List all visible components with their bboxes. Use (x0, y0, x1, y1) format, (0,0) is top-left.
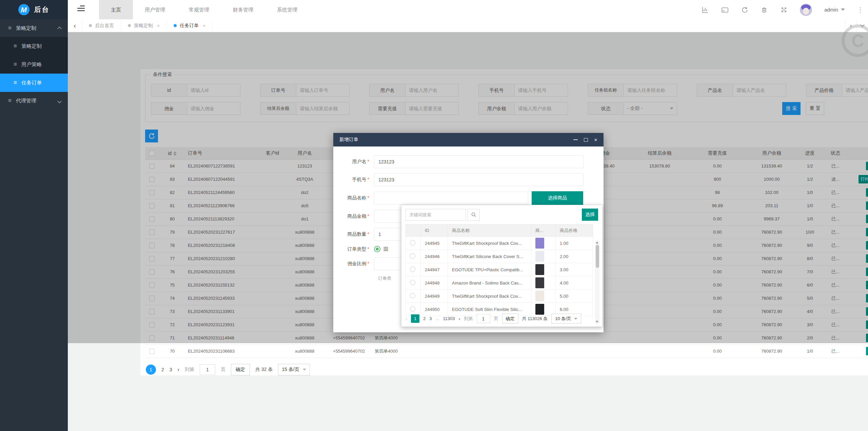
sidebar-item[interactable]: ≡用户策略 (0, 55, 68, 74)
cell: 70 (159, 345, 186, 358)
product-id: 244946 (421, 250, 448, 263)
jump-page-input[interactable] (477, 314, 490, 323)
page-size-select[interactable]: 10 条/页 (551, 314, 581, 324)
cell: EL20240520231106683 (186, 345, 260, 358)
products-column-header: 商品名称 (448, 224, 531, 237)
product-radio[interactable] (410, 306, 415, 312)
jump-confirm-button[interactable]: 确定 (231, 364, 250, 375)
page-number[interactable]: 3 (429, 316, 432, 321)
fullscreen-icon[interactable] (780, 6, 788, 14)
product-radio[interactable] (410, 293, 415, 298)
choose-product-button[interactable]: 选择商品 (532, 191, 583, 205)
prev-page-button[interactable]: ‹ (406, 316, 407, 321)
next-page-button[interactable]: › (459, 316, 460, 321)
close-icon[interactable]: × (594, 137, 597, 143)
keyword-search-button[interactable] (468, 209, 480, 221)
user-menu[interactable]: admin (824, 7, 845, 13)
product-name: TheGiftKart Shockproof Back Cov... (448, 290, 531, 303)
page-size-select[interactable]: 15 条/页 (278, 364, 310, 375)
product-id: 244947 (421, 263, 448, 276)
cell (522, 345, 580, 358)
tab-label: 后台首页 (95, 23, 114, 29)
sidebar: ≡策略定制≡策略定制≡用户策略≡任务订单≡代理管理 (0, 19, 68, 431)
nav-item[interactable]: 财务管理 (221, 0, 265, 19)
cell: xu800888 (284, 345, 325, 358)
tab[interactable]: 后台首页 (82, 19, 121, 32)
order-type-radio[interactable] (374, 246, 380, 252)
avatar[interactable] (800, 4, 812, 16)
scrollbar-thumb[interactable] (596, 245, 599, 268)
nav-item[interactable]: 主页 (99, 0, 133, 19)
app-logo: M 后台 (0, 0, 68, 19)
product-name: EGOTUDE TPU+Plastic Compatib... (448, 263, 531, 276)
chevron-down-icon (574, 318, 577, 320)
product-radio[interactable] (410, 280, 415, 285)
keyword-search-input[interactable] (406, 209, 466, 221)
tab-label: 策略定制 (134, 23, 153, 29)
nav-item[interactable]: 系统管理 (265, 0, 309, 19)
radio-column-header (406, 224, 421, 237)
header-actions: admin ⋮ (702, 0, 863, 19)
sidebar-item[interactable]: ≡任务订单 (0, 74, 68, 92)
modal-title: 新增订单 (339, 137, 358, 143)
page-number[interactable]: 2 (161, 367, 164, 372)
more-options-icon[interactable]: ⋮ (857, 6, 863, 14)
product-row: 244945TheGiftKart Shockproof Back Cov...… (406, 237, 593, 250)
select-product-button[interactable]: 选择 (582, 209, 598, 221)
product-radio[interactable] (410, 240, 415, 246)
maximize-icon[interactable] (584, 138, 588, 142)
scroll-down-icon[interactable] (596, 321, 598, 323)
popup-pagination: ‹123...11303›到第页确定共 113026 条10 条/页 (406, 314, 581, 324)
sidebar-item[interactable]: ≡策略定制 (0, 37, 68, 55)
sidebar-item-label: 任务订单 (21, 80, 42, 86)
minimize-icon[interactable] (573, 139, 578, 140)
menu-list-icon: ≡ (14, 79, 17, 86)
product-radio[interactable] (410, 253, 415, 259)
jump-page-input[interactable] (200, 364, 215, 375)
tab-close-icon[interactable]: × (157, 23, 160, 28)
row-checkbox[interactable] (149, 349, 155, 354)
sidebar-item-label: 策略定制 (21, 43, 42, 50)
card-icon[interactable] (721, 6, 729, 14)
product-radio-cell (406, 263, 421, 276)
current-page[interactable]: 1 (411, 314, 419, 323)
refresh-icon[interactable] (741, 6, 748, 14)
order-type-radio-label: 固 (383, 246, 388, 252)
product-radio[interactable] (410, 267, 415, 272)
product-price: 3.00 (556, 263, 593, 276)
next-page-button[interactable]: › (178, 367, 179, 373)
table-row: 70EL20240520231106683xu800888+5545996407… (145, 345, 868, 358)
current-page[interactable]: 1 (146, 365, 156, 375)
page-number[interactable]: 11303 (443, 316, 455, 321)
product-image (535, 264, 544, 275)
print-button[interactable]: 打针 (866, 347, 868, 355)
pages-ellipsis: ... (435, 316, 439, 321)
popup-scrollbar[interactable] (595, 240, 599, 324)
page-number[interactable]: 3 (170, 367, 172, 372)
product-image (535, 277, 544, 288)
tab[interactable]: 任务订单× (167, 19, 213, 32)
tabs-scroll-left-button[interactable]: ‹ (68, 19, 82, 32)
chart-icon[interactable] (702, 6, 709, 14)
collapse-sidebar-icon[interactable] (77, 5, 86, 14)
sidebar-group[interactable]: ≡策略定制 (0, 19, 68, 37)
nav-item[interactable]: 用户管理 (133, 0, 177, 19)
nav-item[interactable]: 常规管理 (177, 0, 221, 19)
cell: +554599640702 (325, 345, 373, 358)
menu-list-icon: ≡ (8, 97, 12, 104)
tab-close-icon[interactable]: × (203, 23, 205, 28)
scroll-up-icon[interactable] (596, 241, 598, 243)
product-name-label: 商品名称* (333, 195, 374, 201)
tab[interactable]: 策略定制× (121, 19, 167, 32)
sidebar-group[interactable]: ≡代理管理 (0, 92, 68, 110)
jump-confirm-button[interactable]: 确定 (502, 314, 518, 324)
cell (631, 345, 688, 358)
cell: 第四单4000 (373, 345, 440, 358)
product-radio-cell (406, 237, 421, 250)
username-field[interactable] (374, 155, 584, 168)
trash-icon[interactable] (761, 6, 768, 14)
product-name-field[interactable] (374, 192, 528, 204)
page-number[interactable]: 2 (423, 316, 426, 321)
phone-field[interactable] (374, 173, 584, 186)
product-id: 244945 (421, 237, 448, 250)
